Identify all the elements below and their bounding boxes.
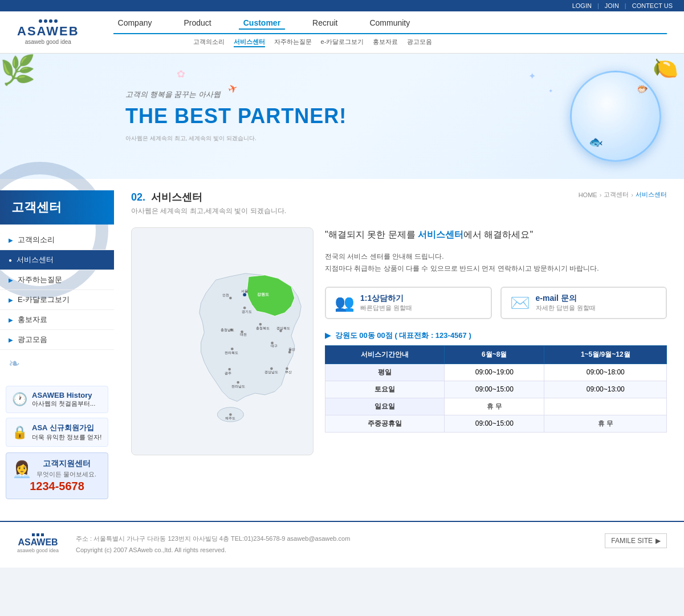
sidebar-item-ecatalog[interactable]: ▶ E-카달로그보기 bbox=[0, 290, 114, 310]
email-button[interactable]: ✉️ e-mail 문의 자세한 답변을 원할때 bbox=[500, 287, 667, 319]
join-link[interactable]: JOIN bbox=[605, 2, 619, 9]
map-area: 강원도 서울 인천 경기도 충청북도 충청남도 대전 경상북도 대구 전라북도 … bbox=[131, 227, 314, 455]
quote-text1: "해결되지 못한 문제를 bbox=[325, 230, 418, 239]
menu-label: E-카달로그보기 bbox=[18, 295, 70, 305]
svg-text:광주: 광주 bbox=[225, 371, 231, 375]
sidebar-item-service-center[interactable]: ● 서비스센터 bbox=[0, 250, 114, 270]
hero-title: THE BEST PARTNER! bbox=[125, 104, 347, 128]
hero-sub-text: 고객의 행복을 꿈꾸는 아사웹 bbox=[125, 89, 347, 100]
svg-text:충청북도: 충청북도 bbox=[256, 326, 270, 330]
breadcrumb-home[interactable]: HOME bbox=[579, 191, 597, 198]
family-site-label: FAMILE SITE bbox=[611, 537, 653, 545]
sidebar-item-ads[interactable]: ▶ 광고모음 bbox=[0, 330, 114, 350]
subnav-ads[interactable]: 광고모음 bbox=[407, 38, 432, 47]
footer: ASAWEB asaweb good idea 주소 : 서울특별시 가나구 다… bbox=[0, 521, 684, 568]
nav-product[interactable]: Product bbox=[179, 17, 215, 30]
support-card: 👩‍💼 고객지원센터 무엇이든 물어보세요. 1234-5678 bbox=[6, 452, 108, 499]
logo-dots bbox=[39, 19, 58, 23]
nav-company[interactable]: Company bbox=[113, 17, 157, 30]
sidebar-item-pr[interactable]: ▶ 홍보자료 bbox=[0, 310, 114, 330]
history-card[interactable]: 🕐 ASAWEB History 아사웹의 첫걸음부터... bbox=[6, 386, 108, 413]
nav-community[interactable]: Community bbox=[365, 17, 414, 30]
row-summer-holiday: 09:00~15:00 bbox=[445, 415, 544, 432]
row-other-saturday: 09:00~13:00 bbox=[544, 381, 667, 398]
table-row: 주중공휴일 09:00~15:00 휴 무 bbox=[325, 415, 667, 432]
top-bar: LOGIN | JOIN | CONTECT US bbox=[0, 0, 684, 11]
btn-desc-email: 자세한 답변을 원할때 bbox=[536, 304, 596, 312]
row-summer-sunday: 휴 무 bbox=[445, 398, 544, 415]
consultation-button[interactable]: 👥 1:1상담하기 빠른답변을 원할때 bbox=[325, 287, 492, 319]
history-card-title: ASAWEB History bbox=[32, 391, 95, 399]
fishbowl-circle: 🐟 🐡 bbox=[570, 71, 661, 162]
svg-text:전라북도: 전라북도 bbox=[225, 350, 238, 354]
page-description: 아사웹은 세계속의 최고,세계속의 빛이 되겠습니다. bbox=[131, 206, 286, 216]
table-row: 평일 09:00~19:00 09:00~18:00 bbox=[325, 364, 667, 381]
subnav-pr[interactable]: 홍보자료 bbox=[373, 38, 398, 47]
logo-dot bbox=[44, 19, 47, 23]
svg-text:대전: 대전 bbox=[240, 332, 247, 336]
table-header-other: 1~5월/9월~12월 bbox=[544, 345, 667, 364]
login-link[interactable]: LOGIN bbox=[572, 2, 592, 9]
svg-text:울산: 울산 bbox=[288, 347, 295, 351]
sidebar-cards: 🕐 ASAWEB History 아사웹의 첫걸음부터... 🔒 ASA 신규회… bbox=[0, 386, 114, 447]
row-other-sunday bbox=[544, 398, 667, 415]
breadcrumb-parent[interactable]: 고객센터 bbox=[604, 190, 629, 199]
breadcrumb-current: 서비스센터 bbox=[636, 190, 667, 199]
nav-area: Company Product Customer Recruit Communi… bbox=[113, 17, 667, 47]
svg-point-14 bbox=[237, 381, 239, 384]
signup-card[interactable]: 🔒 ASA 신규회원가입 더욱 유익한 정보를 얻자! bbox=[6, 418, 108, 447]
signup-card-title: ASA 신규회원가입 bbox=[32, 423, 101, 433]
footer-logo: ASAWEB asaweb good idea bbox=[17, 533, 59, 553]
row-label-weekday: 평일 bbox=[325, 364, 445, 381]
leaves-decoration: 🌿 bbox=[0, 54, 35, 87]
svg-point-1 bbox=[243, 293, 246, 296]
breadcrumb: HOME › 고객센터 › 서비스센터 bbox=[579, 190, 667, 199]
row-summer-weekday: 09:00~19:00 bbox=[445, 364, 544, 381]
logo-title: ASAWEB bbox=[17, 24, 79, 39]
subnav-faq[interactable]: 자주하는질문 bbox=[274, 38, 312, 47]
fishbowl-decoration: 🐟 🐡 🍋 bbox=[559, 59, 673, 173]
sidebar-item-customer-voice[interactable]: ▶ 고객의소리 bbox=[0, 230, 114, 250]
support-phone: 1234-5678 bbox=[12, 480, 102, 493]
logo-dot bbox=[49, 19, 52, 23]
svg-text:강원도: 강원도 bbox=[258, 292, 270, 297]
svg-point-10 bbox=[228, 368, 231, 371]
page-title: 서비스센터 bbox=[151, 190, 202, 204]
nav-recruit[interactable]: Recruit bbox=[308, 17, 342, 30]
content-body: 강원도 서울 인천 경기도 충청북도 충청남도 대전 경상북도 대구 전라북도 … bbox=[131, 227, 667, 455]
footer-dot bbox=[41, 533, 44, 536]
family-site-button[interactable]: FAMILE SITE ▶ bbox=[605, 533, 667, 548]
signup-card-desc: 더욱 유익한 정보를 얻자! bbox=[32, 433, 101, 442]
svg-text:제주도: 제주도 bbox=[225, 416, 235, 420]
nav-customer[interactable]: Customer bbox=[239, 17, 285, 30]
arrow-icon: ▶ bbox=[9, 237, 13, 243]
action-buttons: 👥 1:1상담하기 빠른답변을 원할때 ✉️ e-mail 문의 자세한 답변을… bbox=[325, 287, 667, 319]
breadcrumb-sep1: › bbox=[600, 191, 602, 198]
contact-link[interactable]: CONTECT US bbox=[632, 2, 673, 9]
star-deco2: ✦ bbox=[548, 88, 553, 94]
logo-dot bbox=[54, 19, 58, 23]
svg-text:인천: 인천 bbox=[222, 293, 229, 297]
subnav-customer-voice[interactable]: 고객의소리 bbox=[193, 38, 225, 47]
sep2: | bbox=[625, 2, 626, 9]
main-layout: 고객센터 ▶ 고객의소리 ● 서비스센터 ▶ 자주하는질문 ▶ E-카달로그보기 bbox=[0, 179, 684, 521]
lock-icon: 🔒 bbox=[12, 425, 27, 440]
page-number: 02. bbox=[131, 191, 145, 203]
arrow-icon: ▶ bbox=[9, 337, 13, 343]
footer-inner: ASAWEB asaweb good idea 주소 : 서울특별시 가나구 다… bbox=[17, 533, 667, 556]
subnav-ecatalog[interactable]: e-카달로그보기 bbox=[321, 38, 364, 47]
header: ASAWEB asaweb good idea Company Product … bbox=[0, 11, 684, 54]
nav-sub: 고객의소리 서비스센터 자주하는질문 e-카달로그보기 홍보자료 광고모음 bbox=[113, 33, 667, 47]
row-label-holiday: 주중공휴일 bbox=[325, 415, 445, 432]
svg-point-3 bbox=[243, 307, 246, 309]
svg-text:충청남도: 충청남도 bbox=[221, 328, 234, 332]
quote-text2: 에서 해결하세요" bbox=[463, 230, 533, 239]
row-label-sunday: 일요일 bbox=[325, 398, 445, 415]
subnav-service-center[interactable]: 서비스센터 bbox=[234, 38, 265, 47]
btn-desc-consultation: 빠른답변을 원할때 bbox=[360, 304, 412, 312]
dot-icon: ▶ bbox=[325, 331, 331, 340]
breadcrumb-sep2: › bbox=[631, 191, 633, 198]
arrow-icon-active: ● bbox=[9, 257, 12, 263]
korea-map-svg: 강원도 서울 인천 경기도 충청북도 충청남도 대전 경상북도 대구 전라북도 … bbox=[140, 236, 304, 442]
sidebar-item-faq[interactable]: ▶ 자주하는질문 bbox=[0, 270, 114, 290]
